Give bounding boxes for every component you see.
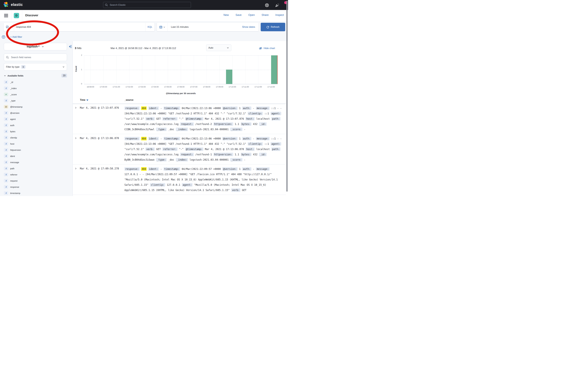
time-column-header[interactable]: Time — [80, 99, 88, 101]
refresh-icon — [266, 26, 269, 28]
chart-plot[interactable] — [84, 55, 278, 84]
field-name-pill: httpversion: — [213, 153, 233, 156]
field-value: 1.1 — [235, 153, 239, 156]
row-timestamp: Mar 4, 2021 @ 17:13:06.870 — [80, 137, 119, 140]
expand-row-icon[interactable] — [75, 167, 77, 170]
field-value: _doc — [168, 158, 174, 161]
type-filter-count-badge: 0 — [21, 65, 26, 69]
field-item-request[interactable]: trequest — [4, 178, 68, 184]
date-type-icon — [4, 105, 8, 109]
saved-query-menu[interactable] — [4, 23, 14, 31]
date-quick-select[interactable] — [157, 23, 168, 31]
menu-icon[interactable] — [4, 14, 8, 17]
field-value: 1 — [239, 107, 241, 110]
field-item-referrer[interactable]: treferrer — [4, 171, 68, 178]
field-name-pill: path: — [271, 117, 281, 120]
x-axis-label: @timestamp per 30 seconds — [84, 92, 278, 95]
field-search-input[interactable] — [11, 56, 65, 59]
field-item-timestamp[interactable]: ttimestamp — [4, 190, 68, 196]
hits-time-range: Mar 4, 2021 @ 16:58:30.112 - Mar 4, 2021… — [111, 47, 176, 50]
discover-app-badge: D — [14, 13, 19, 18]
scrollbar — [286, 0, 288, 196]
field-name-pill: verb: — [145, 117, 155, 120]
newsfeed-icon[interactable] — [275, 3, 280, 7]
field-item-type[interactable]: t_type — [4, 97, 68, 104]
row-source: response: 404 ident: - timestamp: 04/Mar… — [124, 166, 284, 193]
available-fields-header[interactable]: Available fields 20 — [4, 74, 67, 78]
open-button[interactable]: Open — [248, 14, 255, 17]
query-input[interactable] — [14, 23, 145, 31]
refresh-button[interactable]: Refresh — [261, 23, 285, 31]
global-header: elastic — [0, 0, 288, 10]
field-name-pill: response: — [124, 137, 140, 140]
field-item-path[interactable]: tpath — [4, 165, 68, 171]
field-name: timestamp — [10, 192, 20, 194]
field-name-pill: ident: — [148, 167, 159, 171]
row-timestamp: Mar 4, 2021 @ 17:09:58.278 — [80, 167, 119, 170]
share-button[interactable]: Share — [261, 14, 269, 17]
field-name-pill: agent: — [270, 142, 281, 146]
field-name-pill: ident: — [148, 137, 159, 140]
elastic-logo-icon — [3, 2, 9, 7]
highlighted-value: 404 — [141, 107, 146, 110]
field-item-agent[interactable]: tagent — [4, 116, 68, 122]
field-name: _type — [10, 99, 16, 102]
field-item-host[interactable]: thost — [4, 141, 68, 147]
field-value: ByBN_3cB04dGovJLOawo — [124, 158, 154, 161]
field-value: GET — [242, 189, 246, 192]
field-item-version[interactable]: t@version — [4, 110, 68, 116]
field-name-pill: auth: — [242, 167, 251, 171]
time-range-value[interactable]: Last 15 minutes — [168, 26, 189, 28]
global-search-box[interactable] — [103, 2, 191, 8]
field-name-pill: timestamp: — [164, 167, 180, 171]
field-item-response[interactable]: tresponse — [4, 184, 68, 190]
filter-by-type-select[interactable]: Filter by type 0 — [4, 63, 67, 71]
field-value: _doc — [168, 128, 174, 131]
histogram-bar[interactable] — [226, 70, 232, 84]
query-language-button[interactable]: KQL — [145, 23, 154, 31]
field-list: t_idt_index#_scoret_type@timestampt@vers… — [4, 79, 68, 196]
field-item-httpversion[interactable]: thttpversion — [4, 147, 68, 153]
field-name-pill: verb: — [231, 188, 240, 192]
field-item-timestamp[interactable]: @timestamp — [4, 104, 68, 110]
field-item-auth[interactable]: tauth — [4, 122, 68, 128]
field-item-bytes[interactable]: tbytes — [4, 128, 68, 135]
field-item-clientip[interactable]: tclientip — [4, 135, 68, 141]
field-value: 1 — [239, 168, 241, 170]
field-value: /var/www/example.com/logs/access.log — [124, 153, 178, 156]
field-name-pill: request: — [180, 153, 194, 156]
help-icon[interactable] — [265, 3, 269, 7]
field-item-score[interactable]: #_score — [4, 91, 68, 97]
field-value: localhost — [256, 117, 270, 120]
save-button[interactable]: Save — [235, 14, 242, 17]
field-item-id[interactable]: t_id — [4, 79, 68, 85]
sort-desc-icon — [86, 100, 88, 101]
new-button[interactable]: New — [224, 14, 229, 17]
scrollbar-thumb[interactable] — [286, 1, 288, 192]
expand-row-icon[interactable] — [75, 137, 77, 139]
inspect-button[interactable]: Inspect — [275, 14, 284, 17]
hide-chart-button[interactable]: Hide chart — [259, 47, 275, 50]
field-item-index[interactable]: t_index — [4, 85, 68, 91]
text-type-icon: t — [4, 142, 8, 145]
field-name-pill: auth: — [242, 137, 251, 140]
field-value: 1.1 — [235, 123, 239, 126]
field-search-box[interactable] — [4, 54, 67, 61]
histogram-bar[interactable] — [271, 55, 277, 84]
histogram-interval-select[interactable]: Auto — [206, 45, 231, 51]
field-name-pill: bytes: — [241, 153, 251, 156]
field-name: path — [10, 167, 14, 170]
field-item-message[interactable]: tmessage — [4, 159, 68, 165]
chevron-down-icon — [42, 45, 44, 48]
text-type-icon: t — [4, 185, 8, 189]
add-filter-button[interactable]: + Add filter — [10, 35, 22, 38]
expand-row-icon[interactable] — [75, 107, 77, 109]
filter-icon[interactable] — [2, 35, 5, 39]
global-search-input[interactable] — [109, 3, 189, 7]
collapse-sidebar-icon[interactable] — [68, 45, 72, 49]
elastic-logo[interactable]: elastic — [3, 2, 23, 7]
field-item-ident[interactable]: tident — [4, 153, 68, 159]
show-dates-button[interactable]: Show dates — [242, 26, 259, 28]
row-timestamp: Mar 4, 2021 @ 17:13:07.876 — [80, 106, 119, 109]
index-pattern-select[interactable]: logstash-* — [4, 43, 67, 50]
